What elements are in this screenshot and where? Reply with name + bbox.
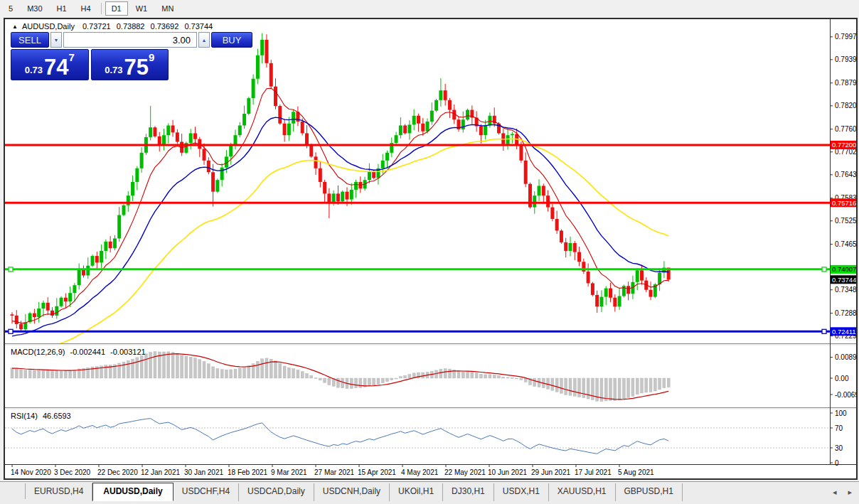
candle-body [372, 171, 375, 178]
candle-body [117, 215, 121, 239]
candle-body [162, 135, 166, 145]
last-price-chip[interactable]: 0.73744 [831, 275, 856, 284]
candle-body [336, 193, 340, 201]
volume-increase-button[interactable]: ▲ [198, 32, 210, 48]
timeframe-h4[interactable]: H4 [75, 1, 97, 16]
candle-body [434, 100, 438, 111]
timeframe-h1[interactable]: H1 [50, 1, 73, 16]
macd-histogram-bar [149, 352, 152, 378]
macd-histogram-bar [144, 354, 147, 378]
buy-button[interactable]: BUY [211, 32, 252, 48]
candle-body [421, 124, 425, 132]
date-tick-label: 22 May 2021 [444, 468, 486, 476]
chart-canvas[interactable]: 0.799750.793900.787900.782050.776050.770… [5, 19, 856, 478]
macd-histogram-bar [203, 362, 206, 378]
support-line-0740-left-handle[interactable] [9, 267, 13, 272]
chart-tab-audusd-daily[interactable]: AUDUSD,Daily [92, 483, 173, 501]
chart-tab-usdcad-daily[interactable]: USDCAD,Daily [239, 483, 314, 501]
macd-histogram-bar [555, 378, 558, 392]
chart-tab-eurusd-h4[interactable]: EURUSD,H4 [26, 483, 92, 501]
candle-body [609, 289, 612, 298]
macd-histogram-bar [279, 363, 282, 378]
candle-body [149, 127, 152, 137]
macd-histogram-bar [457, 371, 460, 378]
macd-histogram-bar [565, 378, 567, 395]
macd-histogram-bar [444, 369, 447, 378]
timeframe-d1[interactable]: D1 [105, 1, 128, 16]
macd-histogram-bar [238, 368, 241, 378]
candle-body [135, 168, 139, 182]
macd-histogram-bar [622, 378, 625, 399]
ohlc-open: 0.73721 [82, 22, 111, 31]
support-line-0724-left-handle[interactable] [9, 329, 13, 333]
candle-body [211, 172, 215, 191]
buy-price-box[interactable]: 0.73 75 9 [91, 49, 169, 80]
macd-histogram-bar [319, 378, 321, 380]
timeframe-m30[interactable]: M30 [21, 1, 48, 16]
tab-scroll-left-icon[interactable]: ◂ [833, 488, 837, 497]
candle-body [305, 133, 309, 144]
macd-histogram-bar [395, 378, 398, 379]
timeframe-w1[interactable]: W1 [129, 1, 154, 16]
candle-body [519, 145, 523, 161]
macd-histogram-bar [274, 361, 277, 378]
timeframe-5[interactable]: 5 [2, 1, 19, 16]
candle-body [86, 266, 90, 276]
candle-body [604, 289, 608, 297]
sell-price-box[interactable]: 0.73 74 7 [11, 49, 89, 80]
macd-histogram-bar [582, 378, 585, 398]
chart-tab-ukoil-h1[interactable]: UKOil,H1 [390, 483, 443, 501]
candle-body [323, 182, 326, 193]
support-line-price-chip-label: 0.74007 [832, 265, 856, 273]
chart-tab-gbpusd-h1[interactable]: GBPUSD,H1 [616, 483, 683, 501]
candle-body [247, 98, 250, 114]
candle-body [73, 285, 76, 293]
macd-histogram-bar [636, 378, 639, 395]
macd-histogram-bar [176, 353, 178, 378]
chart-tab-usdx-h1[interactable]: USDX,H1 [494, 483, 549, 501]
support-line-0724-right-handle[interactable] [822, 329, 826, 333]
candle-body [260, 40, 264, 55]
chart-tab-xauusd-h1[interactable]: XAUUSD,H1 [549, 483, 616, 501]
candle-body [354, 182, 358, 190]
candle-body [417, 116, 420, 124]
macd-histogram-bar [243, 368, 246, 378]
collapse-arrow-icon[interactable]: ▲ [12, 23, 18, 30]
chart-tab-usdchf-h4[interactable]: USDCHF,H4 [174, 483, 239, 501]
price-tick-label: 0.77605 [835, 125, 856, 133]
resistance-2-price-chip[interactable]: 0.75716 [831, 198, 856, 207]
candle-body [19, 324, 23, 329]
macd-histogram-bar [524, 378, 527, 382]
timeframe-mn[interactable]: MN [155, 1, 180, 16]
candle-body [341, 192, 344, 202]
sell-button[interactable]: SELL [11, 32, 49, 48]
candle-body [618, 296, 621, 307]
chart-tab-dj30-h1[interactable]: DJ30,H1 [443, 483, 494, 501]
macd-tick-label: 0.008903 [835, 353, 856, 361]
candle-body [158, 136, 161, 145]
candle-body [292, 112, 295, 123]
rsi-indicator-label: RSI(14) 46.6593 [11, 412, 74, 420]
macd-histogram-bar [520, 378, 523, 380]
date-tick-label: 30 Jan 2021 [184, 468, 223, 476]
candle-body [193, 133, 197, 139]
candle-body [166, 125, 170, 135]
support-line-0740-right-handle[interactable] [822, 267, 826, 272]
chart-window: 0.799750.793900.787900.782050.776050.770… [4, 18, 858, 480]
tab-scroll-right-icon[interactable]: ▸ [848, 488, 852, 497]
volume-input[interactable] [63, 32, 197, 48]
candle-body [140, 153, 144, 168]
candle-body [256, 55, 260, 79]
macd-histogram-bar [127, 360, 129, 378]
volume-decrease-button[interactable]: ▼ [50, 32, 62, 48]
support-line-price-chip[interactable]: 0.74007 [831, 265, 856, 274]
price-tick-label: 0.79390 [835, 55, 856, 63]
resistance-1-price-chip[interactable]: 0.77200 [831, 141, 856, 149]
chart-tab-usdcnh-daily[interactable]: USDCNH,Daily [314, 483, 390, 501]
macd-histogram-bar [230, 370, 233, 378]
macd-histogram-bar [15, 369, 18, 378]
lower-support-price-chip[interactable]: 0.72411 [831, 327, 856, 336]
macd-histogram-bar [448, 369, 451, 378]
candle-body [234, 135, 238, 145]
rsi-tick-label: 70 [835, 424, 843, 432]
